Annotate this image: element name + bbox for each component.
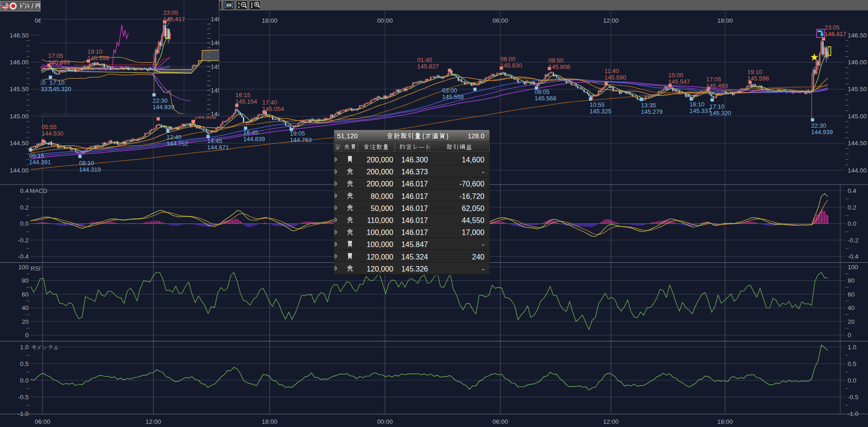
svg-text:-0.4: -0.4 [848,253,859,260]
svg-text:0.5: 0.5 [848,360,856,367]
svg-text:11:40: 11:40 [604,68,619,74]
svg-text:100: 100 [18,264,29,271]
svg-text:120,000: 120,000 [367,253,394,261]
svg-text:06:00: 06:00 [500,56,516,62]
svg-text:17:40: 17:40 [262,99,277,106]
svg-text:0.0: 0.0 [20,220,29,227]
svg-text:146.017: 146.017 [401,180,428,188]
svg-text:23:05: 23:05 [163,9,179,16]
svg-text:18:00: 18:00 [262,17,277,24]
svg-text:0.5: 0.5 [20,360,29,367]
svg-text:-0.2: -0.2 [18,237,29,244]
svg-text:10:55: 10:55 [590,101,605,108]
svg-text:08:10: 08:10 [79,160,94,167]
svg-text:146.300: 146.300 [401,156,428,164]
svg-text:146.50: 146.50 [10,32,29,39]
svg-text:145.00: 145.00 [848,113,867,120]
svg-text:145.50: 145.50 [10,86,29,93]
svg-text:17:10: 17:10 [49,79,65,86]
svg-text:200,000: 200,000 [367,180,394,188]
svg-text:146.373: 146.373 [401,168,428,176]
svg-text:0.2: 0.2 [848,204,856,211]
svg-text:(: ( [422,132,425,140]
svg-text:0: 0 [25,332,29,339]
svg-text:144.752: 144.752 [166,140,188,147]
svg-text:145.808: 145.808 [548,63,570,70]
svg-text:200,000: 200,000 [367,168,394,176]
svg-text:144.530: 144.530 [42,130,63,137]
svg-text:145.558: 145.558 [442,93,464,100]
svg-text:16:45: 16:45 [243,129,259,136]
svg-text:0.0: 0.0 [20,377,29,384]
svg-text:145.00: 145.00 [10,113,29,120]
svg-text:18:00: 18:00 [262,418,277,425]
svg-text:17:05: 17:05 [48,52,63,59]
svg-text:0.4: 0.4 [848,187,856,194]
svg-text:17:10: 17:10 [709,103,725,110]
svg-text:15:00: 15:00 [668,72,683,79]
svg-text:0.0: 0.0 [848,220,856,227]
svg-text:146.417: 146.417 [825,31,846,37]
svg-text:-0.5: -0.5 [848,394,858,401]
svg-text:-0.2: -0.2 [848,237,858,244]
svg-text:144.391: 144.391 [29,159,51,166]
svg-text:144.00: 144.00 [10,167,29,174]
svg-text:145.325: 145.325 [590,108,611,115]
svg-text:-: - [482,241,484,248]
svg-text:06:00: 06:00 [492,418,508,425]
svg-text:-16,720: -16,720 [459,192,484,200]
svg-text:100,000: 100,000 [367,241,394,248]
svg-text:13:35: 13:35 [641,102,656,109]
svg-text:146.017: 146.017 [401,204,428,212]
svg-text:145.326: 145.326 [401,265,428,273]
svg-text:110,000: 110,000 [367,217,394,224]
svg-text:145.568: 145.568 [535,95,556,102]
svg-text:144.671: 144.671 [207,144,229,151]
svg-text:40: 40 [848,304,855,311]
svg-text:0.2: 0.2 [20,204,29,211]
svg-text:100,000: 100,000 [367,229,394,236]
svg-text:145.320: 145.320 [49,86,71,93]
svg-text:145.279: 145.279 [641,108,663,115]
svg-text:-: - [482,168,484,176]
svg-text:03:00: 03:00 [442,87,457,94]
svg-text:146.00: 146.00 [10,59,29,66]
svg-text:-1.0: -1.0 [18,410,29,417]
svg-text:05:55: 05:55 [42,124,57,130]
svg-text:44,550: 44,550 [462,217,485,224]
svg-text:12:00: 12:00 [603,418,619,425]
svg-text:-70,600: -70,600 [459,180,484,188]
svg-text:144.939: 144.939 [811,129,833,136]
svg-text:145.50: 145.50 [848,86,867,93]
svg-text:-0.5: -0.5 [18,394,29,401]
svg-text:146.017: 146.017 [401,217,428,224]
svg-text:01:40: 01:40 [417,56,432,63]
svg-text:06:00: 06:00 [35,418,50,425]
svg-text:12:40: 12:40 [166,134,182,141]
svg-text:18:00: 18:00 [717,17,733,24]
svg-text:20: 20 [848,318,855,325]
svg-text:60: 60 [22,291,29,298]
svg-text:146.00: 146.00 [848,59,867,66]
svg-text:144.50: 144.50 [10,140,29,147]
svg-text:0: 0 [848,332,851,339]
svg-text:146.017: 146.017 [401,192,428,200]
svg-text:80: 80 [848,277,855,284]
svg-text:20: 20 [22,318,29,325]
svg-text:120,000: 120,000 [367,265,394,273]
svg-text:06:00: 06:00 [492,17,508,24]
svg-text:145.493: 145.493 [48,59,70,66]
svg-text:100: 100 [848,264,858,271]
svg-text:240: 240 [472,253,485,261]
svg-text:22:30: 22:30 [811,122,826,129]
svg-text:1.0: 1.0 [20,344,29,351]
svg-text:62,050: 62,050 [462,204,485,212]
svg-text:16:10: 16:10 [689,101,705,108]
svg-text:0.0: 0.0 [848,377,856,384]
svg-text:17:05: 17:05 [706,76,721,83]
svg-text:200,000: 200,000 [367,156,394,164]
svg-text:12:00: 12:00 [146,418,161,425]
svg-text:146.017: 146.017 [401,229,428,236]
svg-text:145.054: 145.054 [262,105,284,112]
svg-text:145.320: 145.320 [709,110,731,117]
